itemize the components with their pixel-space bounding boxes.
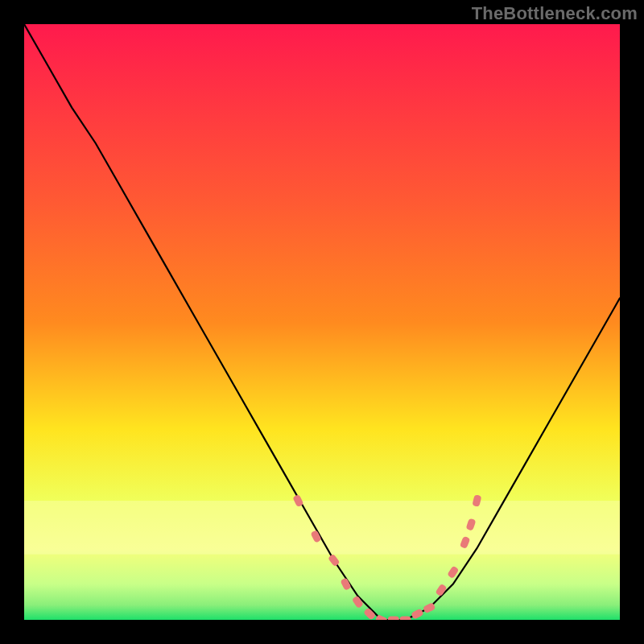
marker-point	[400, 617, 411, 621]
plot-area	[24, 24, 620, 620]
marker-point	[388, 617, 399, 621]
bottleneck-chart	[24, 24, 620, 620]
chart-container: TheBottleneck.com	[0, 0, 644, 644]
highlight-band	[24, 501, 620, 555]
watermark-label: TheBottleneck.com	[472, 3, 638, 24]
